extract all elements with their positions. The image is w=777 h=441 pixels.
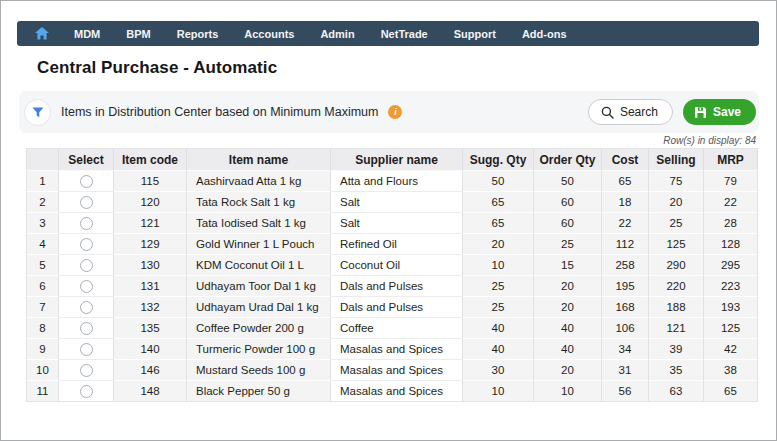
sugg-qty-cell: 30 [463,360,534,381]
nav-item-support[interactable]: Support [441,28,509,40]
filter-button[interactable] [24,99,51,126]
item-code-cell: 146 [114,360,187,381]
order-qty-cell: 60 [534,192,602,213]
item-name-cell: Black Pepper 50 g [187,381,331,402]
mrp-cell: 22 [704,192,758,213]
cost-cell: 22 [602,213,649,234]
panel-actions: Search Save [588,99,759,125]
select-cell [59,234,114,255]
search-button-label: Search [620,105,658,119]
save-button-label: Save [713,105,741,119]
selling-cell: 75 [649,171,704,192]
select-cell [59,318,114,339]
sugg-qty-cell: 65 [463,213,534,234]
save-icon [694,106,707,119]
supplier-name-cell: Dals and Pulses [331,276,463,297]
mrp-cell: 42 [704,339,758,360]
mrp-cell: 193 [704,297,758,318]
cost-cell: 34 [602,339,649,360]
app-window: MDM BPM Reports Accounts Admin NetTrade … [0,0,777,441]
select-radio[interactable] [80,364,93,377]
sugg-qty-cell: 40 [463,318,534,339]
item-code-cell: 132 [114,297,187,318]
info-icon[interactable]: i [388,105,402,119]
search-button[interactable]: Search [588,99,673,125]
table-row: 9 140 Turmeric Powder 100 g Masalas and … [26,339,758,360]
supplier-name-cell: Masalas and Spices [331,381,463,402]
select-radio[interactable] [80,217,93,230]
select-radio[interactable] [80,196,93,209]
select-radio[interactable] [80,343,93,356]
order-qty-cell: 15 [534,255,602,276]
table-header: Select Item code Item name Supplier name… [26,148,758,171]
nav-item-nettrade[interactable]: NetTrade [368,28,441,40]
row-number-cell: 4 [26,234,59,255]
cost-cell: 31 [602,360,649,381]
selling-cell: 121 [649,318,704,339]
nav-item-accounts[interactable]: Accounts [231,28,307,40]
sugg-qty-cell: 10 [463,255,534,276]
sugg-qty-cell: 40 [463,339,534,360]
nav-item-reports[interactable]: Reports [164,28,232,40]
cost-cell: 112 [602,234,649,255]
nav-item-bpm[interactable]: BPM [113,28,163,40]
row-number-cell: 2 [26,192,59,213]
select-radio[interactable] [80,301,93,314]
select-radio[interactable] [80,238,93,251]
item-code-cell: 121 [114,213,187,234]
row-number-cell: 3 [26,213,59,234]
order-qty-cell: 20 [534,297,602,318]
select-radio[interactable] [80,280,93,293]
select-radio[interactable] [80,175,93,188]
selling-cell: 188 [649,297,704,318]
header-selling: Selling [649,148,704,171]
row-number-cell: 5 [26,255,59,276]
item-code-cell: 115 [114,171,187,192]
select-cell [59,297,114,318]
cost-cell: 168 [602,297,649,318]
supplier-name-cell: Masalas and Spices [331,339,463,360]
mrp-cell: 223 [704,276,758,297]
mrp-cell: 79 [704,171,758,192]
nav-item-addons[interactable]: Add-ons [509,28,580,40]
mrp-cell: 65 [704,381,758,402]
table-row: 5 130 KDM Coconut Oil 1 L Coconut Oil 10… [26,255,758,276]
order-qty-cell: 10 [534,381,602,402]
selling-cell: 290 [649,255,704,276]
save-button[interactable]: Save [683,99,756,125]
selling-cell: 63 [649,381,704,402]
item-code-cell: 140 [114,339,187,360]
selling-cell: 20 [649,192,704,213]
row-number-cell: 10 [26,360,59,381]
cost-cell: 18 [602,192,649,213]
select-cell [59,381,114,402]
select-radio[interactable] [80,322,93,335]
cost-cell: 106 [602,318,649,339]
selling-cell: 125 [649,234,704,255]
nav-item-mdm[interactable]: MDM [61,28,113,40]
item-name-cell: Gold Winner 1 L Pouch [187,234,331,255]
item-code-cell: 130 [114,255,187,276]
supplier-name-cell: Salt [331,213,463,234]
home-button[interactable] [17,27,61,40]
items-table: Select Item code Item name Supplier name… [26,148,758,402]
item-name-cell: KDM Coconut Oil 1 L [187,255,331,276]
table-row: 10 146 Mustard Seeds 100 g Masalas and S… [26,360,758,381]
header-item-name: Item name [187,148,331,171]
item-code-cell: 131 [114,276,187,297]
order-qty-cell: 20 [534,276,602,297]
cost-cell: 56 [602,381,649,402]
item-name-cell: Tata Iodised Salt 1 kg [187,213,331,234]
select-radio[interactable] [80,259,93,272]
item-name-cell: Udhayam Urad Dal 1 kg [187,297,331,318]
header-mrp: MRP [704,148,758,171]
selling-cell: 25 [649,213,704,234]
select-cell [59,360,114,381]
select-radio[interactable] [80,385,93,398]
header-cost: Cost [602,148,649,171]
select-cell [59,255,114,276]
select-cell [59,213,114,234]
header-supplier: Supplier name [331,148,463,171]
nav-item-admin[interactable]: Admin [307,28,367,40]
item-code-cell: 120 [114,192,187,213]
